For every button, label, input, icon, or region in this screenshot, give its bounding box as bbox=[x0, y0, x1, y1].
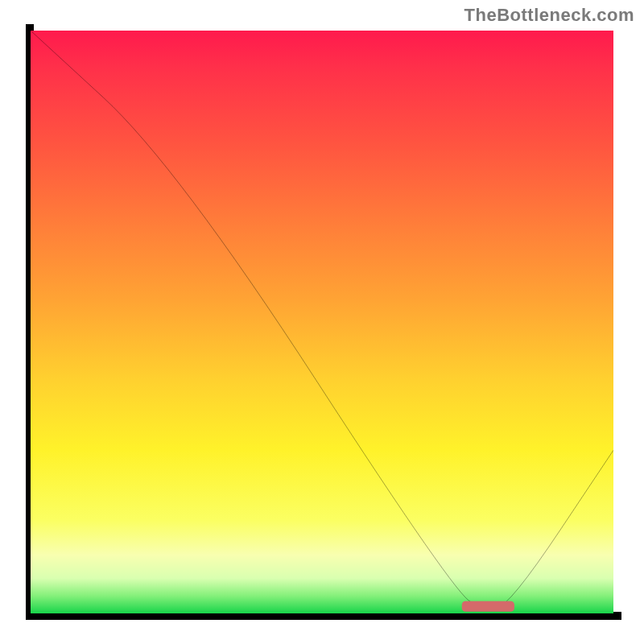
svg-rect-0 bbox=[462, 601, 514, 612]
optimal-marker bbox=[31, 31, 613, 613]
bottleneck-chart: TheBottleneck.com bbox=[0, 0, 644, 644]
plot-area bbox=[31, 31, 613, 613]
watermark-text: TheBottleneck.com bbox=[464, 5, 634, 26]
